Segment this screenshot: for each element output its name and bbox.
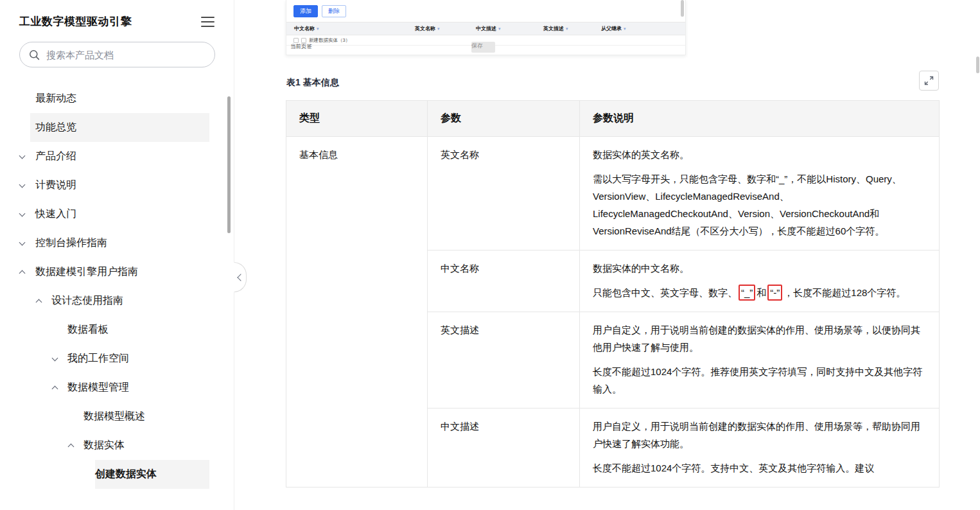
column-header: 英文名称 ▾: [415, 25, 476, 32]
sidebar-item-label: 数据实体: [83, 439, 125, 452]
product-title: 工业数字模型驱动引擎: [19, 14, 132, 29]
sidebar-item-data-modeling-guide[interactable]: 数据建模引擎用户指南: [0, 258, 234, 286]
table-header-row: 类型 参数 参数说明: [286, 101, 940, 137]
sidebar-item-create-data-entity[interactable]: 创建数据实体: [0, 460, 234, 489]
sidebar-item-label: 数据看板: [67, 323, 109, 337]
chevron-down-icon: [52, 355, 58, 362]
param-cell: 英文描述: [428, 312, 580, 409]
sidebar-item-billing[interactable]: 计费说明: [0, 171, 234, 200]
filter-icon: ▾: [498, 26, 501, 31]
desc-paragraph: 用户自定义，用于说明当前创建的数据实体的作用、使用场景等，以便协同其他用户快速了…: [593, 321, 926, 356]
search-icon: [29, 49, 40, 60]
sidebar-item-label: 数据模型管理: [67, 381, 129, 394]
sidebar-nav: 最新动态 功能总览 产品介绍 计费说明 快速入门 控制台操作指南 数据建模引擎用…: [0, 84, 234, 489]
column-header-param: 参数: [428, 101, 580, 137]
sidebar-item-data-entity[interactable]: 数据实体: [0, 431, 234, 460]
filter-icon: ▾: [566, 26, 568, 31]
main-content: 添加 删除 中文名称 ▾ 英文名称 ▾ 中文描述 ▾ 英文描述 ▾ 从父继承 ▾: [286, 0, 939, 510]
screenshot-table-header: 中文名称 ▾ 英文名称 ▾ 中文描述 ▾ 英文描述 ▾ 从父继承 ▾: [286, 22, 685, 35]
column-header-type: 类型: [286, 101, 428, 137]
desc-text: ，长度不能超过128个字符。: [783, 287, 906, 298]
chevron-left-icon: [237, 274, 244, 281]
sidebar-scrollbar[interactable]: [227, 96, 231, 233]
red-annotation-box: “_”: [739, 285, 755, 301]
column-label: 中文名称: [294, 25, 315, 32]
chevron-up-icon: [52, 384, 58, 391]
desc-paragraph: 长度不能超过1024个字符。推荐使用英文字符填写，同时支持中文及其他字符输入。: [593, 363, 926, 398]
desc-paragraph: 数据实体的中文名称。: [593, 259, 926, 277]
sidebar-item-data-model-management[interactable]: 数据模型管理: [0, 373, 234, 402]
sidebar-item-label: 我的工作空间: [67, 352, 129, 365]
checkbox-icon: [293, 38, 299, 43]
column-label: 从父继承: [601, 25, 622, 32]
desc-text: 和: [757, 287, 766, 298]
param-cell: 中文名称: [428, 251, 580, 312]
sidebar-item-label: 快速入门: [35, 207, 76, 221]
table-caption: 表1 基本信息: [286, 77, 339, 89]
filter-icon: ▾: [317, 26, 319, 31]
column-header: 从父继承 ▾: [601, 25, 685, 32]
sidebar-item-label: 产品介绍: [35, 150, 76, 163]
chevron-up-icon: [19, 268, 26, 275]
desc-cell: 用户自定义，用于说明当前创建的数据实体的作用、使用场景等，帮助协同用户快速了解实…: [580, 409, 940, 488]
sidebar-item-product-intro[interactable]: 产品介绍: [0, 142, 234, 171]
checkbox-icon: [301, 38, 306, 43]
sidebar-item-design-state-guide[interactable]: 设计态使用指南: [0, 286, 234, 315]
chevron-down-icon: [19, 153, 26, 159]
param-cell: 英文名称: [428, 137, 580, 251]
chevron-down-icon: [19, 240, 26, 246]
table-row: 基本信息 英文名称 数据实体的英文名称。 需以大写字母开头，只能包含字母、数字和…: [286, 137, 940, 251]
sidebar-item-data-dashboard[interactable]: 数据看板: [0, 315, 234, 344]
search-box[interactable]: [19, 42, 215, 67]
desc-paragraph: 只能包含中文、英文字母、数字、“_”和“-”，长度不能超过128个字符。: [593, 284, 926, 301]
sidebar-item-feature-overview[interactable]: 功能总览: [0, 113, 234, 142]
desc-text: 只能包含中文、英文字母、数字、: [593, 287, 737, 298]
sidebar: 工业数字模型驱动引擎 最新动态 功能总览 产品介绍 计费说明 快速入门 控制台操: [0, 0, 234, 510]
delete-button: 删除: [322, 5, 346, 17]
desc-cell: 数据实体的英文名称。 需以大写字母开头，只能包含字母、数字和“_”，不能以His…: [580, 137, 940, 251]
save-button: 保存: [471, 42, 495, 53]
column-header-param-desc: 参数说明: [580, 101, 940, 137]
sidebar-item-label: 数据模型概述: [83, 410, 145, 423]
sidebar-header: 工业数字模型驱动引擎: [0, 0, 234, 29]
sidebar-item-label: 控制台操作指南: [35, 236, 107, 250]
sidebar-item-console-guide[interactable]: 控制台操作指南: [0, 229, 234, 258]
sidebar-item-label: 设计态使用指南: [51, 294, 123, 308]
filter-icon: ▾: [624, 26, 626, 31]
column-label: 中文描述: [476, 25, 496, 32]
chevron-up-icon: [68, 442, 74, 448]
row-label: 新建数据实体（3）: [309, 37, 350, 44]
param-cell: 中文描述: [428, 409, 580, 488]
basic-info-table: 类型 参数 参数说明 基本信息 英文名称 数据实体的英文名称。 需以大写字母开头…: [286, 100, 940, 488]
chevron-up-icon: [36, 297, 42, 304]
desc-paragraph: 需以大写字母开头，只能包含字母、数字和“_”，不能以History、Query、…: [593, 170, 926, 240]
desc-paragraph: 用户自定义，用于说明当前创建的数据实体的作用、使用场景等，帮助协同用户快速了解实…: [593, 418, 926, 452]
column-header: 中文名称 ▾: [286, 25, 415, 32]
fullscreen-button[interactable]: [919, 71, 939, 91]
sidebar-item-label: 创建数据实体: [95, 468, 157, 481]
sidebar-item-label: 计费说明: [35, 179, 76, 192]
column-header: 中文描述 ▾: [476, 25, 543, 32]
screenshot-scrollbar: [681, 0, 684, 17]
sidebar-item-latest-news[interactable]: 最新动态: [0, 84, 234, 113]
chevron-down-icon: [19, 182, 26, 188]
sidebar-item-data-model-overview[interactable]: 数据模型概述: [0, 402, 234, 431]
page-scrollbar[interactable]: [976, 57, 979, 73]
chevron-down-icon: [19, 211, 26, 217]
embedded-screenshot: 添加 删除 中文名称 ▾ 英文名称 ▾ 中文描述 ▾ 英文描述 ▾ 从父继承 ▾: [286, 0, 686, 55]
menu-icon[interactable]: [201, 17, 214, 27]
column-header: 英文描述 ▾: [543, 25, 601, 32]
current-page-label: 当前页签: [290, 43, 312, 51]
sidebar-item-label: 功能总览: [35, 121, 76, 134]
sidebar-item-quick-start[interactable]: 快速入门: [0, 200, 234, 229]
sidebar-collapse-button[interactable]: [234, 262, 247, 292]
column-label: 英文描述: [543, 25, 564, 32]
sidebar-item-my-workspace[interactable]: 我的工作空间: [0, 344, 234, 373]
column-label: 英文名称: [415, 25, 435, 32]
search-input[interactable]: [45, 49, 206, 61]
sidebar-item-label: 最新动态: [35, 92, 76, 105]
desc-cell: 数据实体的中文名称。 只能包含中文、英文字母、数字、“_”和“-”，长度不能超过…: [580, 251, 940, 312]
type-cell: 基本信息: [286, 137, 428, 488]
desc-paragraph: 数据实体的英文名称。: [593, 146, 926, 163]
expand-icon: [924, 76, 934, 85]
